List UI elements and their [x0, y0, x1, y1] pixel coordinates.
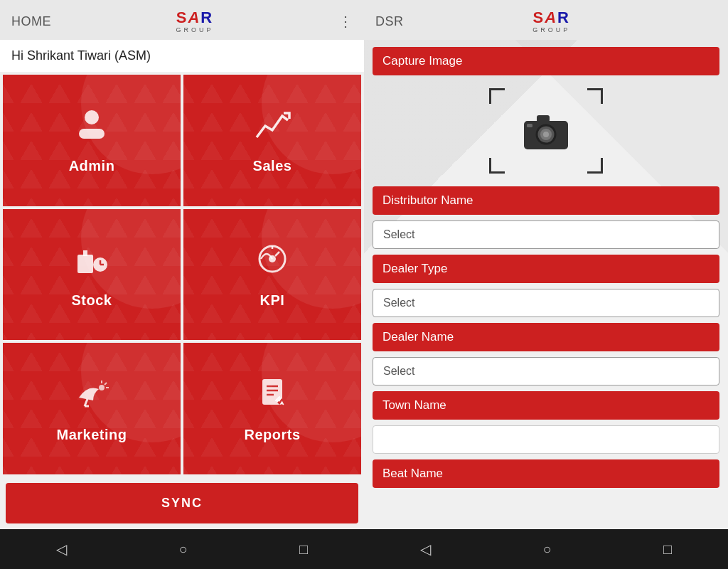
- marketing-tile[interactable]: Marketing: [3, 343, 181, 474]
- dealer-type-select[interactable]: Select: [373, 289, 719, 317]
- greeting-text: Hi Shrikant Tiwari (ASM): [0, 40, 364, 72]
- svg-point-24: [543, 132, 549, 137]
- town-name-input[interactable]: [373, 425, 719, 454]
- left-bottom-nav: ◁ ○ □: [0, 529, 364, 569]
- home-title: HOME: [11, 14, 51, 29]
- group-text-right: GROUP: [532, 26, 570, 33]
- camera-frame: [489, 88, 603, 174]
- distributor-name-label: Distributor Name: [373, 186, 719, 215]
- dealer-name-select[interactable]: Select: [373, 357, 719, 385]
- svg-rect-25: [537, 115, 550, 122]
- recent-nav-icon[interactable]: □: [299, 541, 308, 558]
- sync-button[interactable]: SYNC: [6, 483, 358, 523]
- distributor-name-select[interactable]: Select: [373, 220, 719, 249]
- right-header: DSR SAR GROUP: [364, 0, 728, 40]
- dealer-name-label: Dealer Name: [373, 323, 719, 351]
- dsr-content: Capture Image Distributor Name Selec: [364, 40, 728, 529]
- left-logo: SAR GROUP: [176, 10, 213, 33]
- sar-logo-text: SAR: [176, 10, 213, 26]
- back-nav-icon-right[interactable]: ◁: [420, 541, 431, 558]
- right-phone: DSR SAR GROUP Capture Image: [364, 0, 728, 569]
- capture-image-button[interactable]: Capture Image: [373, 47, 719, 75]
- camera-icon: [521, 111, 571, 151]
- left-phone: HOME SAR GROUP ⋮ Hi Shrikant Tiwari (ASM…: [0, 0, 364, 569]
- back-nav-icon[interactable]: ◁: [56, 541, 67, 558]
- menu-grid: Admin Sales: [0, 72, 364, 477]
- beat-name-label: Beat Name: [373, 459, 719, 488]
- sar-logo-text-right: SAR: [533, 10, 570, 26]
- town-name-label: Town Name: [373, 391, 719, 420]
- right-logo: SAR GROUP: [532, 10, 570, 33]
- kpi-tile[interactable]: KPI: [183, 209, 361, 341]
- reports-tile[interactable]: Reports: [183, 343, 361, 474]
- left-header: HOME SAR GROUP ⋮: [0, 0, 364, 40]
- right-bottom-nav: ◁ ○ □: [364, 529, 728, 569]
- corner-bl: [489, 158, 505, 174]
- dealer-type-label: Dealer Type: [373, 255, 719, 283]
- svg-rect-26: [527, 124, 532, 127]
- corner-tr: [587, 88, 603, 104]
- corner-tl: [489, 88, 505, 104]
- camera-area[interactable]: [373, 81, 719, 181]
- sales-tile[interactable]: Sales: [183, 75, 361, 206]
- stock-tile[interactable]: Stock: [3, 209, 181, 341]
- group-text: GROUP: [176, 26, 213, 33]
- recent-nav-icon-right[interactable]: □: [663, 541, 672, 558]
- home-nav-icon[interactable]: ○: [178, 541, 187, 558]
- dsr-title: DSR: [375, 14, 404, 29]
- admin-tile[interactable]: Admin: [3, 75, 181, 206]
- corner-br: [587, 158, 603, 174]
- menu-dots-icon[interactable]: ⋮: [338, 13, 353, 30]
- home-nav-icon-right[interactable]: ○: [542, 541, 551, 558]
